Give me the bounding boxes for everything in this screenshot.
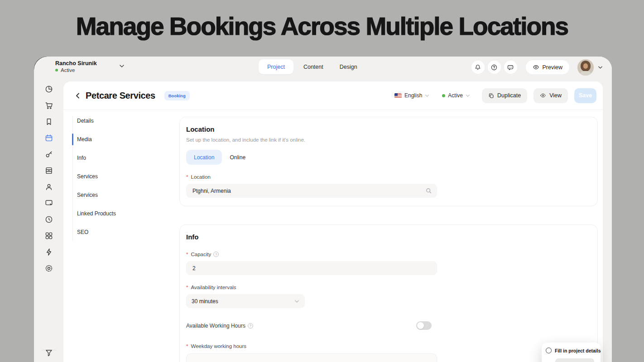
info-heading: Info: [186, 233, 591, 241]
select-chevron-down-icon: [294, 300, 299, 303]
working-hours-label: Available Working Hours ?: [186, 323, 253, 329]
checklist-label: Fill in project details: [555, 348, 601, 353]
feedback-button[interactable]: [504, 61, 517, 74]
working-hours-row: Available Working Hours ?: [186, 321, 437, 330]
preview-label: Preview: [543, 64, 562, 71]
avatar-face: [583, 63, 588, 69]
checklist-progress-bar: [555, 358, 594, 362]
presentation-icon[interactable]: [44, 199, 53, 208]
location-input[interactable]: [186, 184, 437, 198]
nav-item-services[interactable]: Services: [77, 167, 179, 186]
location-card: Location Set up the location, and includ…: [179, 117, 598, 206]
workspace-status: Active: [61, 67, 75, 73]
booking-badge: Booking: [164, 91, 190, 100]
tab-online[interactable]: Online: [222, 150, 253, 165]
apps-grid-icon[interactable]: [44, 231, 53, 240]
working-hours-help-icon[interactable]: ?: [248, 323, 253, 329]
chevron-left-icon: [75, 92, 80, 99]
bookmark-icon[interactable]: [44, 117, 53, 126]
page-title: Manage Bookings Across Multiple Location…: [0, 12, 644, 41]
capacity-help-icon[interactable]: ?: [213, 252, 219, 257]
checklist-radio[interactable]: [546, 348, 552, 353]
avatar[interactable]: [577, 59, 594, 76]
lightning-icon[interactable]: [44, 248, 53, 257]
preview-button[interactable]: Preview: [526, 60, 569, 74]
checklist-popup: Fill in project details: [542, 343, 601, 362]
back-button[interactable]: [75, 92, 80, 99]
notifications-button[interactable]: [471, 61, 485, 74]
view-button[interactable]: View: [533, 88, 568, 103]
copy-icon: [488, 93, 494, 99]
bell-icon: [474, 64, 481, 71]
location-heading: Location: [186, 125, 591, 133]
monday-accordion[interactable]: Monday: [186, 353, 437, 362]
nav-item-media[interactable]: Media: [77, 130, 179, 148]
settings-gear-icon[interactable]: [44, 264, 53, 273]
required-marker: *: [186, 343, 188, 349]
save-button[interactable]: Save: [574, 88, 596, 103]
info-card: Info * Capacity ? * Availability interva…: [179, 224, 598, 362]
duplicate-button[interactable]: Duplicate: [482, 88, 527, 103]
question-circle-icon: [490, 64, 498, 71]
weekday-label: * Weekday working hours: [186, 343, 591, 349]
tab-project[interactable]: Project: [259, 59, 293, 74]
language-label: English: [404, 92, 422, 99]
status-chevron-down-icon: [466, 94, 470, 97]
intervals-select[interactable]: 30 minutes: [186, 294, 305, 308]
required-marker: *: [186, 285, 188, 290]
search-icon: [425, 187, 432, 194]
eye-icon: [533, 64, 539, 70]
nav-item-linked-products[interactable]: Linked Products: [77, 204, 179, 223]
capacity-input[interactable]: [186, 261, 437, 275]
location-type-tabs: Location Online: [186, 150, 591, 165]
form-area: Location Set up the location, and includ…: [179, 110, 603, 362]
topbar-tabs: Project Content Design: [259, 59, 364, 74]
us-flag-icon: [394, 93, 402, 98]
workspace-status-dot: [55, 69, 58, 71]
working-hours-toggle[interactable]: [416, 321, 432, 330]
app-window: Rancho Sirunik Active Project Content De…: [34, 57, 612, 362]
editor-header: Petcare Services Booking English Active: [63, 81, 603, 110]
section-nav: Details Media Info Services Services Lin…: [63, 110, 179, 362]
main-panel: Petcare Services Booking English Active: [63, 81, 603, 362]
shopping-cart-icon[interactable]: [44, 101, 53, 110]
stage: Manage Bookings Across Multiple Location…: [0, 0, 644, 362]
view-label: View: [549, 92, 562, 99]
chat-icon: [507, 64, 514, 71]
status-label: Active: [448, 92, 463, 99]
nav-item-seo[interactable]: SEO: [77, 223, 179, 241]
user-icon[interactable]: [44, 182, 53, 191]
location-description: Set up the location, and include the lin…: [186, 137, 591, 143]
intervals-label: * Availability intervals: [186, 285, 591, 290]
user-menu-chevron-down-icon[interactable]: [598, 66, 603, 69]
entity-title: Petcare Services: [86, 90, 155, 101]
calendar-icon[interactable]: [44, 133, 53, 143]
clock-icon[interactable]: [44, 215, 53, 224]
required-marker: *: [186, 174, 188, 180]
location-field-label: * Location: [186, 174, 591, 180]
duplicate-label: Duplicate: [497, 92, 521, 99]
key-icon[interactable]: [44, 150, 53, 159]
sidebar: [34, 78, 63, 362]
required-marker: *: [186, 252, 188, 257]
capacity-label: * Capacity ?: [186, 252, 591, 257]
help-button[interactable]: [488, 61, 501, 74]
status-selector[interactable]: Active: [442, 92, 470, 99]
tab-content[interactable]: Content: [297, 59, 330, 74]
filter-funnel-icon[interactable]: [44, 348, 53, 357]
nav-item-details[interactable]: Details: [77, 111, 179, 130]
intervals-value: 30 minutes: [192, 298, 218, 305]
eye-icon: [540, 93, 546, 98]
language-selector[interactable]: English: [394, 92, 429, 99]
pie-chart-icon[interactable]: [44, 85, 53, 94]
workspace-chevron-down-icon[interactable]: [119, 64, 125, 68]
nav-item-services-2[interactable]: Services: [77, 186, 179, 204]
topbar-right: Preview: [468, 57, 603, 78]
topbar: Rancho Sirunik Active Project Content De…: [34, 57, 612, 78]
tab-location[interactable]: Location: [186, 150, 222, 165]
archive-icon[interactable]: [44, 166, 53, 175]
nav-item-info[interactable]: Info: [77, 148, 179, 167]
workspace-switcher[interactable]: Rancho Sirunik Active: [55, 60, 97, 73]
tab-design[interactable]: Design: [333, 59, 364, 74]
language-chevron-down-icon: [425, 94, 429, 97]
